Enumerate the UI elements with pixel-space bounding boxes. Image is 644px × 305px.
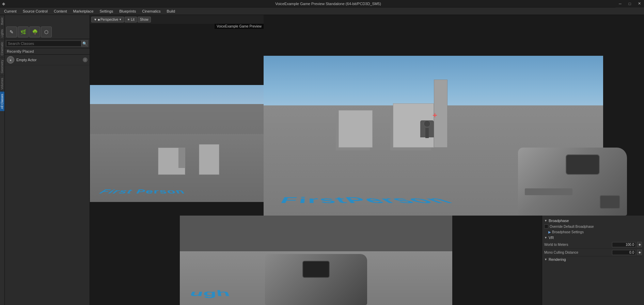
broadphase-settings-label: Broadphase Settings [552,230,584,234]
mono-culling-spinner[interactable]: ◆ [637,250,642,255]
editor-viewport: ▼ ■ Perspective ▼ ☀ Lit Show VoiceExampl… [90,15,264,202]
perspective-dropdown[interactable]: ▼ ■ Perspective ▼ [91,17,124,22]
actor-name: Empty Actor [16,58,36,62]
perspective-chevron: ▼ [119,18,122,21]
menu-marketplace[interactable]: Marketplace [70,9,96,14]
menu-source-control[interactable]: Source Control [20,9,50,14]
window-controls: ─ □ ✕ [615,0,644,7]
dropdown-arrow: ▼ [94,18,97,21]
show-label: Show [140,18,148,21]
rendering-title: Rendering [549,257,566,261]
bottom-scene: ugh [180,216,452,305]
lit-icon: ☀ [127,18,130,21]
world-to-meters-label: World to Meters [544,243,611,247]
strip-volumes[interactable]: Volumes [0,75,4,92]
editor-toolbar: ▼ ■ Perspective ▼ ☀ Lit Show [90,15,264,24]
strip-geometry[interactable]: Geometry [0,57,4,75]
game-viewport[interactable]: FirstPerson [264,15,644,216]
perspective-icon: ■ [98,18,100,21]
window-title: VoiceExample Game Preview Standalone (64… [41,2,615,6]
menu-build[interactable]: Build [164,9,178,14]
viewport-container: ▼ ■ Perspective ▼ ☀ Lit Show VoiceExampl… [90,15,644,305]
place-panel: ✎ 🌿 🌳 ⬡ 🔍 Recently Placed ● Empty Actor … [5,15,90,305]
mono-culling-input[interactable]: 0.0 [612,250,636,255]
override-label: Override Default Broadphase [550,225,642,228]
maximize-button[interactable]: □ [625,0,634,7]
lit-button[interactable]: ☀ Lit [125,17,137,22]
override-checkbox[interactable] [544,224,548,228]
game-enemy [420,120,434,137]
close-button[interactable]: ✕ [634,0,644,7]
rendering-header[interactable]: ▼ Rendering [544,256,642,262]
minimize-button[interactable]: ─ [615,0,625,7]
weapon-scope [566,154,600,175]
perspective-label: Perspective [100,18,118,21]
editor-scene[interactable]: First Person [90,24,264,202]
foliage-mode-button[interactable]: 🌿 [18,27,29,37]
mesh-paint-mode-button[interactable]: ⬡ [41,27,52,37]
broadphase-title: Broadphase [549,219,569,223]
broadphase-arrow: ▼ [544,219,547,222]
menu-blueprints[interactable]: Blueprints [116,9,139,14]
enemy-arm-left [422,128,424,135]
enemy-arm-right [430,128,432,135]
menu-content[interactable]: Content [51,9,70,14]
editor-cube-2 [199,144,219,175]
game-cube-1 [339,110,373,148]
search-button[interactable]: 🔍 [81,40,88,47]
weapon-body [518,148,627,216]
bottom-weapon [248,237,384,305]
search-input[interactable] [6,40,81,47]
rendering-arrow: ▼ [544,258,547,261]
enemy-torso [425,128,429,138]
crosshair-vertical [435,113,435,117]
game-pillar [434,80,447,148]
editor-game-preview-label: VoiceExample Game Preview [215,24,264,29]
lit-label: Lit [131,18,135,21]
modes-toolbar: ✎ 🌿 🌳 ⬡ [5,25,90,39]
weapon-barrel [525,188,572,195]
bottom-weapon-body [265,254,367,305]
broadphase-link-icon: ▶ [548,230,551,234]
empty-actor-item[interactable]: ● Empty Actor i [5,55,90,65]
ue-logo-small: ◆ [2,1,5,6]
left-strip: Basic Lights Cinematic Geometry Volumes … [0,15,5,305]
world-to-meters-input[interactable]: 100.0 [612,242,636,247]
strip-allclasses[interactable]: All Classes [0,91,4,111]
game-scene: FirstPerson [264,15,644,216]
vr-title: VR [549,236,554,240]
show-button[interactable]: Show [138,17,151,22]
broadphase-header[interactable]: ▼ Broadphase [544,218,642,224]
mono-culling-label: Mono Culling Distance [544,251,611,254]
override-row: Override Default Broadphase [544,224,642,229]
vr-arrow: ▼ [544,236,547,239]
recently-placed-label: Recently Placed [7,49,34,53]
enemy-arms [420,128,434,138]
menu-bar: Current Source Control Content Marketpla… [0,7,644,15]
strip-cinematic[interactable]: Cinematic [0,39,4,57]
enemy-head [424,120,430,127]
strip-lights[interactable]: Lights [0,27,4,39]
bottom-game-preview: ugh [180,216,452,305]
landscape-mode-button[interactable]: 🌳 [29,27,40,37]
strip-basic[interactable]: Basic [0,15,4,27]
broadphase-settings-row[interactable]: ▶ Broadphase Settings [544,229,642,235]
editor-back-wall [90,24,264,85]
game-weapon [508,120,627,216]
place-mode-button[interactable]: ✎ [6,27,17,37]
editor-pedestal [178,148,185,168]
actor-info-button[interactable]: i [83,57,88,62]
vr-header[interactable]: ▼ VR [544,235,642,241]
title-bar: ◆ VoiceExample Game Preview Standalone (… [0,0,644,7]
game-top-wall [264,15,644,56]
mono-culling-row: Mono Culling Distance 0.0 ◆ [544,249,642,256]
menu-cinematics[interactable]: Cinematics [139,9,163,14]
world-to-meters-spinner[interactable]: ◆ [637,242,642,247]
recently-placed-header: Recently Placed [5,48,90,55]
world-to-meters-row: World to Meters 100.0 ◆ [544,241,642,249]
menu-settings[interactable]: Settings [97,9,116,14]
bottom-scope [302,261,330,278]
actor-icon: ● [7,56,14,64]
menu-current[interactable]: Current [1,9,19,14]
weapon-grip [600,195,620,209]
